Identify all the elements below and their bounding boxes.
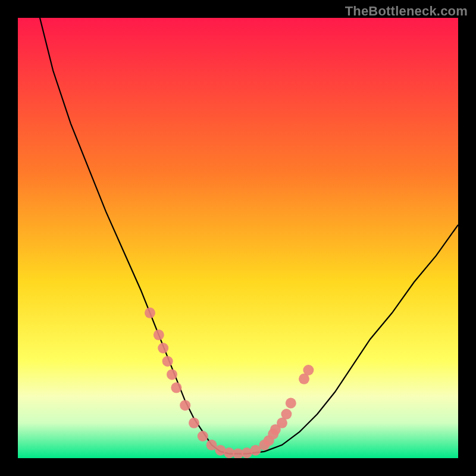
data-marker [145,308,155,318]
data-marker [180,400,190,411]
watermark-text: TheBottleneck.com [345,4,468,19]
data-marker [162,356,173,367]
chart-plot-area [18,18,458,458]
data-marker [281,409,292,419]
data-marker [286,398,296,409]
data-marker [154,330,164,340]
data-marker [198,431,208,441]
data-marker [171,383,181,393]
gradient-background [18,18,458,458]
data-marker [189,418,199,428]
data-marker [270,424,281,435]
data-marker [158,343,168,353]
data-marker [167,369,177,380]
bottleneck-chart [18,18,458,458]
data-marker [303,365,314,375]
